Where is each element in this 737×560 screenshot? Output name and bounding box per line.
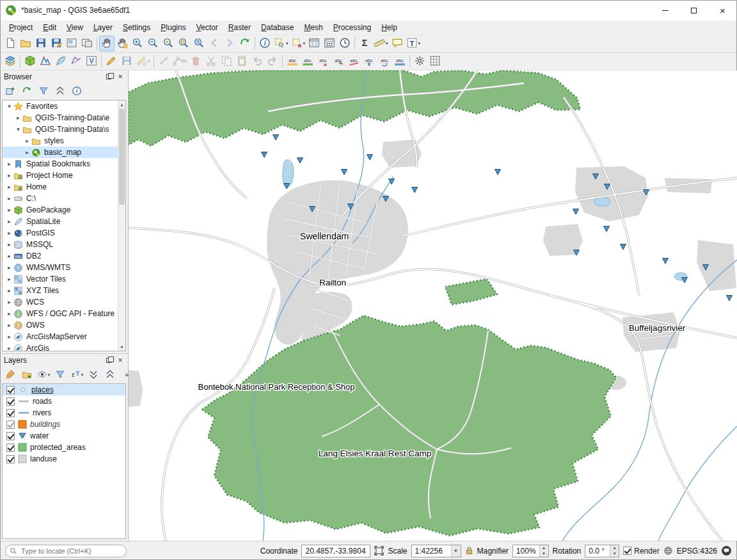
text-annotation-button[interactable]: T▾: [405, 36, 422, 51]
manage-map-themes-button[interactable]: ▾: [36, 367, 51, 383]
properties-widget-button[interactable]: i: [69, 84, 84, 99]
temporal-controller-button[interactable]: [337, 36, 353, 51]
layer-item-protected-areas[interactable]: protected_areas: [3, 442, 125, 453]
menu-project[interactable]: Project: [4, 22, 38, 33]
layer-visibility-checkbox[interactable]: [6, 444, 15, 452]
browser-item-db2[interactable]: ▸DB2DB2: [3, 250, 118, 262]
filter-browser-button[interactable]: [36, 84, 51, 99]
zoom-to-layer-button[interactable]: [191, 36, 207, 51]
save-project-button[interactable]: [33, 36, 49, 51]
layer-item-roads[interactable]: roads: [3, 396, 125, 407]
pan-map-button[interactable]: [99, 36, 115, 51]
zoom-in-button[interactable]: [130, 36, 145, 51]
lock-scale-icon[interactable]: [465, 547, 473, 555]
scroll-up-icon[interactable]: ▲: [118, 100, 125, 108]
add-group-button[interactable]: [19, 367, 35, 383]
open-data-source-manager-button[interactable]: [3, 54, 18, 69]
layer-item-landuse[interactable]: landuse: [3, 453, 125, 465]
locate-input[interactable]: [20, 547, 116, 556]
map-canvas[interactable]: SwellendamRailtonBontebok National Park …: [129, 70, 737, 541]
expander-icon[interactable]: ▸: [5, 310, 13, 317]
filter-by-expression-button[interactable]: ε▾: [69, 367, 84, 383]
browser-item-arcgismapserver[interactable]: ▸ArcGisMapServer: [3, 331, 118, 342]
layers-float-button[interactable]: [105, 356, 113, 364]
coordinate-input[interactable]: 20.4857,-33.9804: [301, 545, 370, 557]
expander-icon[interactable]: ▸: [5, 172, 13, 179]
browser-item-vector-tiles[interactable]: ▸Vector Tiles: [3, 273, 118, 285]
pin-unpin-labels-button[interactable]: abc: [331, 54, 346, 69]
browser-item-geopackage[interactable]: ▸GeoPackage: [3, 204, 118, 216]
layer-item-buildings[interactable]: buildings: [3, 419, 125, 430]
layer-visibility-checkbox[interactable]: [6, 455, 15, 463]
expander-icon[interactable]: ▸: [5, 253, 13, 259]
expander-icon[interactable]: ▸: [5, 230, 13, 236]
browser-item-favorites[interactable]: ▾Favorites: [3, 100, 118, 112]
close-button[interactable]: ×: [708, 0, 737, 20]
pan-to-selection-button[interactable]: [115, 36, 130, 51]
browser-item-basic-map[interactable]: ▸basic_map: [3, 147, 118, 158]
messages-icon[interactable]: [721, 545, 732, 556]
menu-help[interactable]: Help: [376, 22, 402, 33]
zoom-out-button[interactable]: [145, 36, 161, 51]
menu-settings[interactable]: Settings: [118, 22, 155, 33]
menu-edit[interactable]: Edit: [38, 22, 61, 33]
open-layer-styling-button[interactable]: [3, 367, 18, 383]
zoom-full-button[interactable]: [161, 36, 176, 51]
browser-item-qgis-training-data-e[interactable]: ▸QGIS-Training-Data\e: [3, 112, 118, 124]
browser-item-postgis[interactable]: ▸PostGIS: [3, 227, 118, 239]
show-hide-labels-button[interactable]: abc: [346, 54, 361, 69]
highlight-pinned-labels-button[interactable]: abc: [315, 54, 331, 69]
expander-icon[interactable]: ▸: [5, 299, 13, 305]
expander-icon[interactable]: ▸: [5, 276, 13, 282]
browser-item-spatial-bookmarks[interactable]: ▸Spatial Bookmarks: [3, 158, 118, 170]
refresh-map-button[interactable]: [237, 36, 253, 51]
spin-down-icon[interactable]: ▼: [610, 551, 619, 557]
expander-icon[interactable]: ▸: [14, 115, 22, 121]
dropdown-arrow-icon[interactable]: ▾: [48, 372, 51, 378]
rotation-spinbox[interactable]: 0.0 ° ▲▼: [585, 545, 619, 557]
menu-layer[interactable]: Layer: [88, 22, 118, 33]
expander-icon[interactable]: ▸: [5, 218, 13, 225]
expander-icon[interactable]: ▸: [5, 333, 13, 340]
browser-item-xyz-tiles[interactable]: ▸XYZ Tiles: [3, 285, 118, 296]
menu-mesh[interactable]: Mesh: [299, 22, 328, 33]
menu-vector[interactable]: Vector: [191, 22, 223, 33]
browser-item-mssql[interactable]: ▸MSSQL: [3, 239, 118, 250]
open-attribute-table-button[interactable]: [306, 36, 322, 51]
maximize-button[interactable]: [679, 0, 708, 20]
layer-visibility-checkbox[interactable]: [6, 409, 15, 417]
browser-item-arcgis[interactable]: ▸ArcGis: [3, 342, 118, 351]
menu-processing[interactable]: Processing: [328, 22, 376, 33]
browser-close-button[interactable]: ×: [116, 73, 124, 81]
browser-item-styles[interactable]: ▸styles: [3, 135, 118, 147]
layer-item-rivers[interactable]: rivers: [3, 407, 125, 419]
dropdown-arrow-icon[interactable]: ▾: [303, 41, 306, 46]
new-virtual-layer-button[interactable]: V: [84, 54, 99, 69]
layer-item-places[interactable]: places: [3, 384, 125, 396]
new-spatialite-layer-button[interactable]: [53, 54, 68, 69]
open-project-button[interactable]: [18, 36, 33, 51]
layer-item-water[interactable]: water: [3, 430, 125, 442]
magnifier-spinbox[interactable]: 100% ▲▼: [512, 545, 549, 557]
expander-icon[interactable]: ▸: [5, 287, 13, 294]
statistical-summary-button[interactable]: Σ: [357, 36, 372, 51]
expander-icon[interactable]: ▸: [5, 322, 13, 328]
collapse-all-button[interactable]: [52, 84, 68, 99]
scale-combo[interactable]: 1:42256 ▼: [411, 545, 461, 557]
layer-visibility-checkbox[interactable]: [6, 386, 15, 394]
add-selected-layers-button[interactable]: [3, 84, 18, 99]
layers-close-button[interactable]: ×: [116, 356, 124, 364]
expander-icon[interactable]: ▸: [23, 149, 31, 156]
field-calculator-button[interactable]: [322, 36, 337, 51]
menu-view[interactable]: View: [61, 22, 88, 33]
map-tips-button[interactable]: [390, 36, 405, 51]
browser-item-project-home[interactable]: ▸Project Home: [3, 170, 118, 181]
layer-visibility-checkbox[interactable]: [6, 432, 15, 440]
browser-item-wfs-ogc-api-feature[interactable]: ▸WFS / OGC API - Feature: [3, 308, 118, 319]
browser-item-c[interactable]: ▸C:\: [3, 193, 118, 204]
expander-icon[interactable]: ▸: [5, 161, 13, 167]
expander-icon[interactable]: ▾: [14, 126, 22, 132]
measure-line-button[interactable]: ▾: [372, 36, 390, 51]
new-shapefile-layer-button[interactable]: [38, 54, 53, 69]
browser-item-wcs[interactable]: ▸WCS: [3, 296, 118, 308]
